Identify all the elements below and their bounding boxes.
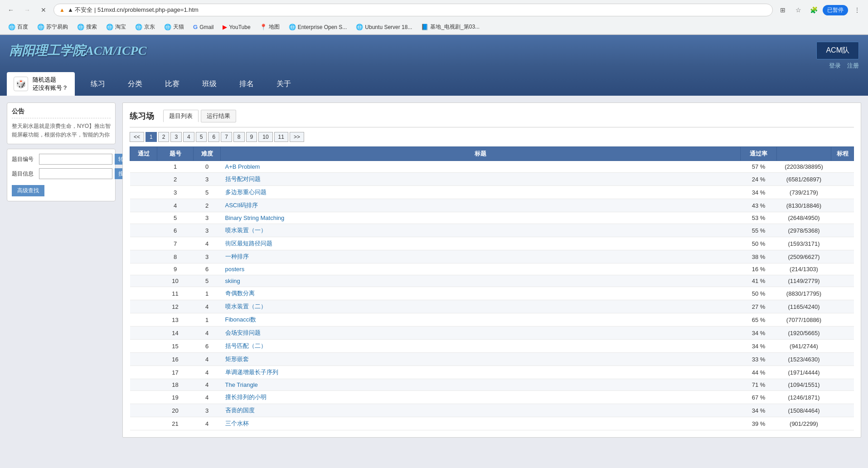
forward-button[interactable]: → bbox=[21, 4, 34, 16]
cell-title[interactable]: posters bbox=[221, 263, 741, 275]
problem-link[interactable]: The Triangle bbox=[225, 381, 258, 388]
problem-link[interactable]: 一种排序 bbox=[225, 253, 249, 260]
problem-link[interactable]: 三个水杯 bbox=[225, 420, 249, 427]
bookmark-taobao[interactable]: 🌐 淘宝 bbox=[102, 22, 130, 32]
problem-link[interactable]: 喷水装置（二） bbox=[225, 303, 267, 310]
problem-link[interactable]: 矩形嵌套 bbox=[225, 356, 249, 362]
bookmark-sousuo[interactable]: 🌐 搜索 bbox=[73, 22, 101, 32]
page-11[interactable]: 11 bbox=[274, 132, 288, 142]
bookmark-jidi-label: 基地_电视剧_第03... bbox=[430, 23, 480, 31]
page-10[interactable]: 10 bbox=[258, 132, 272, 142]
star-button[interactable]: ☆ bbox=[792, 4, 805, 16]
menu-button[interactable]: ⋮ bbox=[851, 4, 863, 16]
th-diff: 难度 bbox=[194, 147, 221, 161]
bookmark-ditu[interactable]: 📍 地图 bbox=[256, 22, 283, 32]
problem-link[interactable]: 单调递增最长子序列 bbox=[225, 369, 278, 375]
input-problem-id[interactable] bbox=[39, 154, 112, 165]
page-3[interactable]: 3 bbox=[170, 132, 182, 142]
acm-team-button[interactable]: ACM队 bbox=[816, 42, 859, 59]
cell-title[interactable]: 多边形重心问题 bbox=[221, 186, 741, 199]
reload-button[interactable]: ✕ bbox=[37, 4, 50, 16]
cell-title[interactable]: 括号匹配（二） bbox=[221, 340, 741, 353]
problem-link[interactable]: 多边形重心问题 bbox=[225, 189, 267, 195]
page-2[interactable]: 2 bbox=[158, 132, 170, 142]
table-row: 5 3 Binary String Matching 53 % (2648/49… bbox=[130, 212, 854, 224]
cell-title[interactable]: 奇偶数分离 bbox=[221, 287, 741, 300]
bookmark-ubuntu[interactable]: 🌐 Ubuntu Server 18... bbox=[352, 22, 416, 32]
tab-run-result[interactable]: 运行结果 bbox=[201, 110, 236, 122]
table-row: 17 4 单调递增最长子序列 44 % (1971/4444) bbox=[130, 366, 854, 379]
problem-link[interactable]: ASCII码排序 bbox=[225, 202, 258, 209]
cell-title[interactable]: ASCII码排序 bbox=[221, 199, 741, 212]
problem-link[interactable]: 会场安排问题 bbox=[225, 329, 261, 336]
problem-link[interactable]: Binary String Matching bbox=[225, 214, 285, 221]
nav-category[interactable]: 分类 bbox=[116, 73, 154, 96]
cell-title[interactable]: 喷水装置（二） bbox=[221, 300, 741, 313]
nav-about[interactable]: 关于 bbox=[265, 73, 302, 96]
bookmark-youtube[interactable]: ▶ YouTube bbox=[219, 22, 254, 32]
problem-link[interactable]: posters bbox=[225, 266, 245, 273]
extensions-button[interactable]: ⊞ bbox=[776, 4, 789, 16]
cell-title[interactable]: 街区最短路径问题 bbox=[221, 237, 741, 250]
page-5[interactable]: 5 bbox=[196, 132, 207, 142]
page-1[interactable]: 1 bbox=[145, 132, 157, 142]
nav-contest[interactable]: 比赛 bbox=[154, 73, 191, 96]
nav-practice[interactable]: 练习 bbox=[79, 73, 116, 96]
bookmark-baidu[interactable]: 🌐 百度 bbox=[5, 22, 32, 32]
problem-link[interactable]: Fibonacci数 bbox=[225, 316, 257, 323]
back-button[interactable]: ← bbox=[5, 4, 17, 16]
bookmark-tianmao[interactable]: 🌐 天猫 bbox=[160, 22, 188, 32]
cell-title[interactable]: 擅长排列的小明 bbox=[221, 391, 741, 404]
bookmark-suning[interactable]: 🌐 苏宁易购 bbox=[34, 22, 72, 32]
page-9[interactable]: 9 bbox=[246, 132, 257, 142]
address-bar[interactable]: ▲ ▲ 不安全 | 51mxd.cn/problemset.php-page=1… bbox=[53, 4, 773, 16]
cell-sol bbox=[831, 391, 854, 404]
cell-title[interactable]: 单调递增最长子序列 bbox=[221, 366, 741, 379]
page-next[interactable]: >> bbox=[290, 132, 304, 142]
problem-link[interactable]: 街区最短路径问题 bbox=[225, 240, 272, 247]
cell-title[interactable]: 一种排序 bbox=[221, 250, 741, 263]
advanced-button[interactable]: 高级查找 bbox=[12, 185, 44, 196]
profile-button[interactable]: 已暂停 bbox=[823, 5, 848, 15]
problem-link[interactable]: 括号匹配（二） bbox=[225, 342, 267, 349]
nav-random[interactable]: 🎲 随机选题 还没有账号？ bbox=[7, 72, 75, 96]
problem-link[interactable]: skiing bbox=[225, 278, 240, 284]
cell-title[interactable]: 喷水装置（一） bbox=[221, 224, 741, 237]
cell-detail: (22038/38895) bbox=[777, 161, 831, 173]
page-4[interactable]: 4 bbox=[183, 132, 194, 142]
cell-id: 18 bbox=[157, 379, 194, 391]
extensions2-button[interactable]: 🧩 bbox=[807, 4, 820, 16]
cell-title[interactable]: skiing bbox=[221, 275, 741, 287]
problem-link[interactable]: 喷水装置（一） bbox=[225, 227, 267, 234]
input-problem-info[interactable] bbox=[39, 168, 112, 179]
cell-title[interactable]: 三个水杯 bbox=[221, 417, 741, 430]
bookmark-jingdong[interactable]: 🌐 京东 bbox=[131, 22, 159, 32]
cell-title[interactable]: Binary String Matching bbox=[221, 212, 741, 224]
problem-link[interactable]: 奇偶数分离 bbox=[225, 290, 255, 297]
nav-class[interactable]: 班级 bbox=[191, 73, 228, 96]
cell-title[interactable]: 括号配对问题 bbox=[221, 173, 741, 186]
problem-link[interactable]: 括号配对问题 bbox=[225, 176, 261, 182]
page-7[interactable]: 7 bbox=[221, 132, 232, 142]
problem-link[interactable]: A+B Problem bbox=[225, 163, 260, 170]
page-6[interactable]: 6 bbox=[208, 132, 219, 142]
problem-link[interactable]: 吝啬的国度 bbox=[225, 407, 255, 414]
bookmark-enterprise[interactable]: 🌐 Enterprise Open S... bbox=[285, 22, 351, 32]
problem-link[interactable]: 擅长排列的小明 bbox=[225, 394, 267, 400]
page-8[interactable]: 8 bbox=[233, 132, 245, 142]
cell-title[interactable]: 吝啬的国度 bbox=[221, 404, 741, 417]
bookmark-jidi[interactable]: 📘 基地_电视剧_第03... bbox=[417, 22, 483, 32]
page-prev[interactable]: << bbox=[130, 132, 144, 142]
nav-rank[interactable]: 排名 bbox=[228, 73, 265, 96]
browser-toolbar: ← → ✕ ▲ ▲ 不安全 | 51mxd.cn/problemset.php-… bbox=[0, 0, 868, 20]
cell-title[interactable]: Fibonacci数 bbox=[221, 313, 741, 327]
cell-title[interactable]: 矩形嵌套 bbox=[221, 353, 741, 366]
login-link[interactable]: 登录 bbox=[829, 62, 841, 69]
tab-problem-list[interactable]: 题目列表 bbox=[163, 110, 199, 122]
register-link[interactable]: 注册 bbox=[847, 62, 859, 69]
cell-title[interactable]: A+B Problem bbox=[221, 161, 741, 173]
cell-pass bbox=[130, 173, 157, 186]
cell-title[interactable]: The Triangle bbox=[221, 379, 741, 391]
cell-title[interactable]: 会场安排问题 bbox=[221, 327, 741, 340]
bookmark-gmail[interactable]: G Gmail bbox=[189, 22, 217, 32]
